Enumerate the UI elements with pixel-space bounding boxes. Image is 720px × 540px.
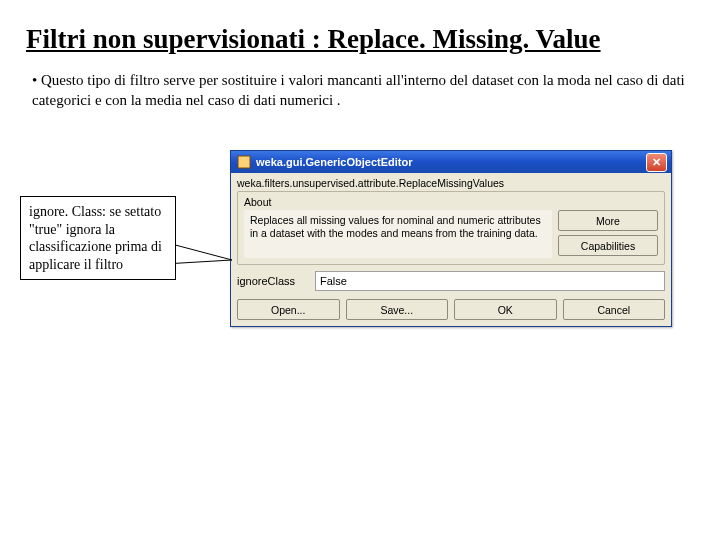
app-icon bbox=[237, 155, 251, 169]
ignoreclass-label: ignoreClass bbox=[237, 275, 307, 287]
save-button[interactable]: Save... bbox=[346, 299, 449, 320]
ignoreclass-row: ignoreClass False bbox=[237, 271, 665, 291]
cancel-button[interactable]: Cancel bbox=[563, 299, 666, 320]
slide-bullet: • Questo tipo di filtro serve per sostit… bbox=[32, 71, 688, 110]
close-icon: ✕ bbox=[652, 156, 661, 169]
about-label: About bbox=[244, 196, 658, 208]
ignoreclass-value[interactable]: False bbox=[315, 271, 665, 291]
more-button[interactable]: More bbox=[558, 210, 658, 231]
about-panel: About Replaces all missing values for no… bbox=[237, 191, 665, 265]
callout-text: ignore. Class: se settato "true" ignora … bbox=[29, 204, 162, 272]
dialog-title: weka.gui.GenericObjectEditor bbox=[256, 156, 413, 168]
svg-rect-0 bbox=[238, 156, 250, 168]
about-description: Replaces all missing values for nominal … bbox=[244, 210, 552, 258]
callout-box: ignore. Class: se settato "true" ignora … bbox=[20, 196, 176, 280]
filter-class-path: weka.filters.unsupervised.attribute.Repl… bbox=[237, 177, 665, 189]
close-button[interactable]: ✕ bbox=[646, 153, 667, 172]
ok-button[interactable]: OK bbox=[454, 299, 557, 320]
dialog-titlebar[interactable]: weka.gui.GenericObjectEditor ✕ bbox=[231, 151, 671, 173]
generic-object-editor-dialog: weka.gui.GenericObjectEditor ✕ weka.filt… bbox=[230, 150, 672, 327]
capabilities-button[interactable]: Capabilities bbox=[558, 235, 658, 256]
slide-title: Filtri non supervisionati : Replace. Mis… bbox=[26, 24, 694, 55]
callout-connector bbox=[164, 242, 244, 266]
open-button[interactable]: Open... bbox=[237, 299, 340, 320]
